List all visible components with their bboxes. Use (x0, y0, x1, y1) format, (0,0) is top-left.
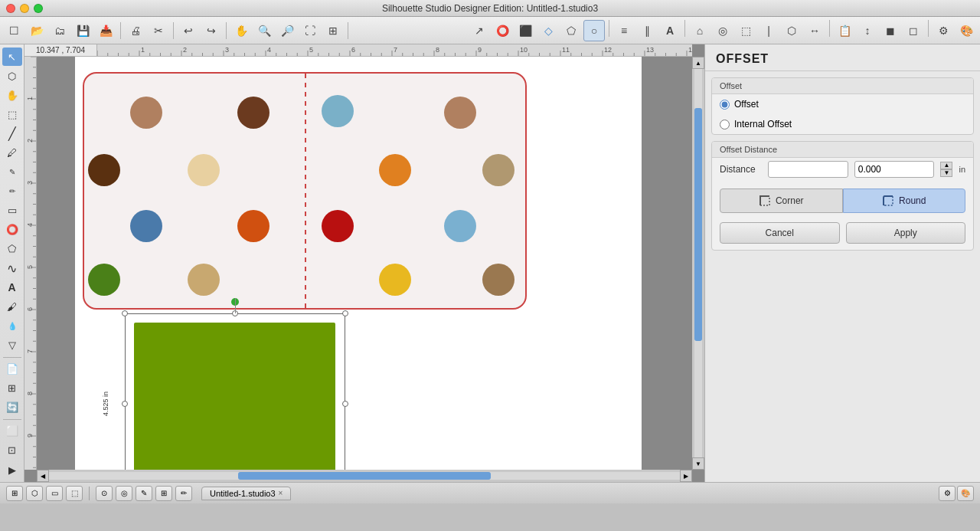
scroll-v-thumb[interactable] (694, 108, 702, 341)
circle-outline-btn[interactable]: ○ (583, 20, 605, 41)
shape-curve[interactable]: ∿ (2, 259, 22, 277)
pan-tool[interactable]: ✋ (2, 86, 22, 104)
redo-button[interactable]: ↪ (201, 20, 222, 41)
node-tool[interactable]: ⬡ (2, 67, 22, 85)
undo-button[interactable]: ↩ (178, 20, 199, 41)
combine-btn[interactable]: ◎ (712, 20, 733, 41)
r6[interactable]: ⚙ (933, 20, 954, 41)
corner-button[interactable]: Corner (720, 188, 843, 213)
lasso-btn[interactable]: ⭕ (492, 20, 513, 41)
library-view[interactable]: 🔄 (2, 398, 22, 417)
erase-tool[interactable]: ✏ (2, 182, 22, 201)
canvas-area[interactable]: 10.347 , 7.704 (24, 44, 704, 482)
open-library-button[interactable]: 🗂 (49, 20, 70, 41)
scroll-down-btn[interactable]: ▼ (692, 457, 704, 470)
r5[interactable]: ◻ (903, 20, 924, 41)
page-view[interactable]: 📄 (2, 360, 22, 379)
document-tab[interactable]: Untitled-1.studio3 × (201, 487, 291, 500)
scroll-up-btn[interactable]: ▲ (692, 57, 704, 69)
status-btn-2[interactable]: ⬡ (26, 486, 43, 501)
play-btn[interactable]: ▶ (2, 461, 22, 479)
eyedrop-tool[interactable]: 💧 (2, 316, 22, 335)
status-btn-8[interactable]: ⊞ (155, 486, 172, 501)
close-button[interactable] (6, 4, 15, 13)
weld-btn[interactable]: ⌂ (689, 20, 710, 41)
handle-tl[interactable] (122, 310, 128, 316)
line-tool[interactable]: ╱ (2, 124, 22, 143)
window-controls[interactable] (6, 4, 43, 13)
scroll-horizontal[interactable]: ◀ ▶ (37, 470, 692, 482)
save-button[interactable]: 💾 (72, 20, 93, 41)
r1[interactable]: ↔ (804, 20, 825, 41)
marker-tool[interactable]: 🖌 (2, 297, 22, 316)
green-rectangle[interactable] (134, 323, 335, 470)
r3[interactable]: ↕ (857, 20, 878, 41)
zoom-out-button[interactable]: 🔎 (276, 20, 298, 41)
cut-machine-button[interactable]: ✂ (148, 20, 169, 41)
r7[interactable]: 🎨 (956, 20, 977, 41)
minimize-button[interactable] (20, 4, 29, 13)
text-tool[interactable]: A (2, 278, 22, 297)
node-btn[interactable]: ⬡ (781, 20, 802, 41)
diamond-btn[interactable]: ◇ (537, 20, 559, 41)
grid-view-btn[interactable]: ⬛ (514, 20, 536, 41)
maximize-button[interactable] (34, 4, 43, 13)
offset-option[interactable]: Offset (720, 99, 759, 110)
status-btn-3[interactable]: ▭ (46, 486, 63, 501)
handle-mr[interactable] (342, 401, 348, 407)
scroll-h-thumb[interactable] (238, 472, 491, 480)
status-btn-9[interactable]: ✏ (175, 486, 192, 501)
handle-ml[interactable] (122, 401, 128, 407)
handle-tr[interactable] (342, 310, 348, 316)
zoom-tool[interactable]: ⬚ (2, 105, 22, 123)
offset-radio[interactable] (720, 100, 730, 110)
knife-btn[interactable]: | (758, 20, 779, 41)
select-tool[interactable]: ↖ (2, 48, 22, 66)
internal-offset-option[interactable]: Internal Offset (720, 119, 792, 129)
print-button[interactable]: 🖨 (125, 20, 146, 41)
save-as-button[interactable]: 📥 (95, 20, 116, 41)
lines-v-btn[interactable]: ∥ (636, 20, 658, 41)
status-btn-7[interactable]: ✎ (136, 486, 152, 501)
hand-button[interactable]: ✋ (230, 20, 252, 41)
zoom-fit-button[interactable]: ⛶ (299, 20, 321, 41)
shape-polygon[interactable]: ⬠ (2, 240, 22, 258)
cancel-button[interactable]: Cancel (720, 222, 840, 244)
status-btn-1[interactable]: ⊞ (6, 486, 23, 501)
scroll-left-btn[interactable]: ◀ (37, 470, 49, 482)
spin-down[interactable]: ▼ (940, 169, 952, 177)
status-btn-5[interactable]: ⊙ (96, 486, 113, 501)
distance-value[interactable]: 0.000 (854, 161, 935, 178)
media-panel[interactable]: ⊡ (2, 441, 22, 460)
pencil-tool[interactable]: ✎ (2, 163, 22, 182)
r2[interactable]: 📋 (834, 20, 855, 41)
lines-h-btn[interactable]: ≡ (613, 20, 635, 41)
new-button[interactable]: ☐ (3, 20, 24, 41)
status-btn-4[interactable]: ⬚ (66, 486, 83, 501)
scroll-vertical[interactable]: ▲ ▼ (692, 57, 704, 470)
pentagon-btn[interactable]: ⬠ (560, 20, 582, 41)
r4[interactable]: ◼ (880, 20, 901, 41)
fill-tool[interactable]: ▽ (2, 336, 22, 354)
pages-panel[interactable]: ⬜ (2, 422, 22, 441)
text-btn[interactable]: A (659, 20, 681, 41)
tab-close-icon[interactable]: × (279, 489, 283, 497)
grid-button[interactable]: ⊞ (322, 20, 344, 41)
group-btn[interactable]: ⬚ (735, 20, 756, 41)
distance-input[interactable] (768, 161, 848, 178)
green-rect-group[interactable]: 4.525 in (125, 313, 345, 470)
layers-view[interactable]: ⊞ (2, 379, 22, 398)
scroll-right-btn[interactable]: ▶ (680, 470, 692, 482)
round-button[interactable]: Round (843, 188, 966, 213)
open-button[interactable]: 📂 (26, 20, 47, 41)
pen-tool[interactable]: 🖊 (2, 143, 22, 162)
shape-rect[interactable]: ▭ (2, 202, 22, 220)
status-btn-6[interactable]: ◎ (116, 486, 132, 501)
internal-offset-radio[interactable] (720, 120, 730, 129)
color-btn[interactable]: 🎨 (957, 486, 974, 501)
select-tool-btn[interactable]: ↗ (469, 20, 490, 41)
spin-up[interactable]: ▲ (940, 162, 952, 169)
shape-ellipse[interactable]: ⭕ (2, 221, 22, 239)
canvas-content[interactable]: 4.525 in (37, 57, 692, 470)
zoom-in-button[interactable]: 🔍 (253, 20, 275, 41)
